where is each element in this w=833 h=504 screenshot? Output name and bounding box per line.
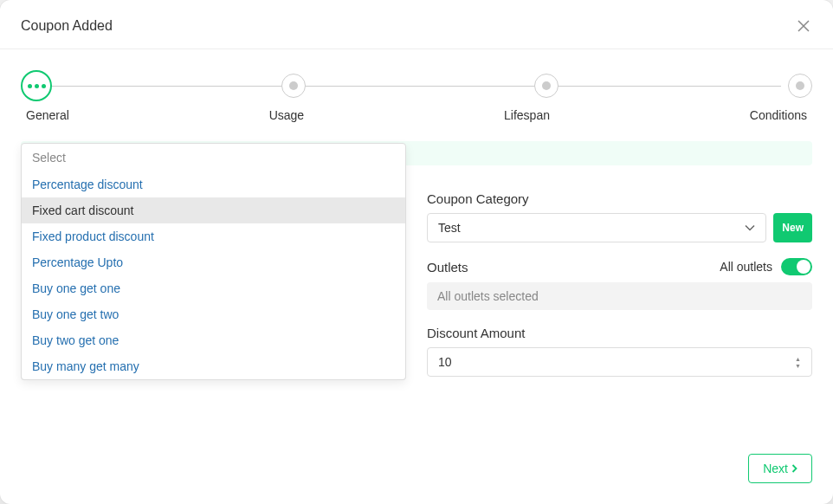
coupon-category-group: Coupon Category Test New [427, 191, 812, 242]
all-outlets-label: All outlets [720, 260, 772, 274]
dropdown-item-buy-many-get-many[interactable]: Buy many get many [22, 353, 405, 379]
right-column: Coupon Category Test New Outlets All out [427, 143, 812, 418]
next-button-label: Next [763, 462, 788, 475]
discount-amount-input[interactable] [438, 355, 788, 369]
dropdown-item-fixed-cart[interactable]: Fixed cart discount [22, 197, 405, 223]
step-lifespan[interactable] [534, 74, 559, 98]
step-general[interactable] [21, 70, 52, 101]
dropdown-item-buy-one-get-one[interactable]: Buy one get one [22, 275, 405, 301]
all-outlets-toggle[interactable] [781, 258, 812, 275]
discount-type-dropdown: Select Percentage discount Fixed cart di… [21, 143, 406, 380]
step-label-lifespan: Lifespan [504, 108, 550, 122]
outlets-display: All outlets selected [427, 282, 812, 310]
outlets-group: Outlets All outlets All outlets selected [427, 258, 812, 310]
modal-header: Coupon Added [0, 0, 833, 49]
discount-amount-input-wrap: ▲ ▼ [427, 347, 812, 377]
stepper: General Usage Lifespan Conditions [0, 49, 833, 129]
chevron-down-icon [745, 222, 755, 234]
close-icon[interactable] [795, 17, 812, 35]
step-usage[interactable] [281, 74, 306, 98]
step-label-usage: Usage [269, 108, 304, 122]
dropdown-item-buy-one-get-two[interactable]: Buy one get two [22, 301, 405, 327]
step-label-conditions: Conditions [750, 108, 807, 122]
discount-amount-group: Discount Amount ▲ ▼ [427, 326, 812, 377]
step-conditions[interactable] [788, 74, 812, 98]
dropdown-item-percentage-discount[interactable]: Percentage discount [22, 171, 405, 197]
number-spinner: ▲ ▼ [795, 356, 801, 369]
coupon-category-label: Coupon Category [427, 191, 812, 206]
next-button[interactable]: Next [748, 454, 812, 483]
coupon-category-select[interactable]: Test [427, 213, 766, 242]
outlets-label: Outlets [427, 260, 468, 275]
modal-title: Coupon Added [21, 18, 113, 34]
content: Select Percentage discount Fixed cart di… [0, 129, 833, 439]
dropdown-select-label: Select [22, 144, 405, 171]
dropdown-item-fixed-product[interactable]: Fixed product discount [22, 223, 405, 249]
spinner-down-icon[interactable]: ▼ [795, 363, 801, 369]
coupon-category-value: Test [438, 221, 461, 235]
dropdown-item-buy-two-get-one[interactable]: Buy two get one [22, 327, 405, 353]
chevron-right-icon [791, 462, 797, 475]
left-column: Select Percentage discount Fixed cart di… [21, 143, 406, 418]
dropdown-item-percentage-upto[interactable]: Percentage Upto [22, 249, 405, 275]
stepper-line [52, 86, 781, 87]
modal-footer: Next [0, 439, 833, 504]
step-label-general: General [26, 108, 69, 122]
spinner-up-icon[interactable]: ▲ [795, 356, 801, 362]
discount-amount-label: Discount Amount [427, 326, 812, 340]
new-category-button[interactable]: New [773, 213, 812, 242]
coupon-modal: Coupon Added General Usage Lifespan Co [0, 0, 833, 504]
